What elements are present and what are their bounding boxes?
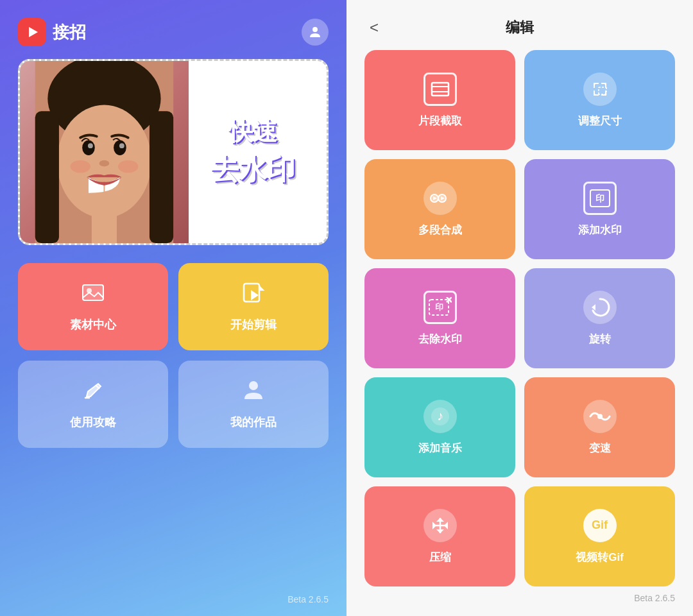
app-name: 接招 xyxy=(53,21,86,44)
left-panel: 接招 xyxy=(0,0,346,616)
my-works-icon xyxy=(242,379,265,407)
svg-marker-20 xyxy=(251,290,259,300)
svg-text:印: 印 xyxy=(434,302,443,312)
svg-point-7 xyxy=(88,143,93,148)
rotate-label: 旋转 xyxy=(589,332,611,346)
action-buttons-grid: 素材中心 开始剪辑 使用攻略 xyxy=(18,263,329,448)
hero-image xyxy=(20,61,189,243)
clip-label: 片段截取 xyxy=(418,114,462,128)
my-works-button[interactable]: 我的作品 xyxy=(178,361,329,448)
hero-title-2: 去水印 xyxy=(210,151,295,189)
star-decoration-3: ✦ xyxy=(290,202,301,218)
compress-icon xyxy=(424,509,457,542)
back-button[interactable]: < xyxy=(364,16,384,39)
remove-watermark-label: 去除水印 xyxy=(418,332,462,346)
right-title: 编辑 xyxy=(506,18,534,37)
resize-icon xyxy=(583,73,617,106)
star-decoration-2: ★ xyxy=(281,99,291,114)
my-works-label: 我的作品 xyxy=(230,415,277,430)
left-header: 接招 xyxy=(18,0,329,59)
add-watermark-icon: 印 xyxy=(583,182,617,215)
svg-rect-11 xyxy=(35,111,59,243)
svg-rect-13 xyxy=(92,215,117,243)
speed-label: 变速 xyxy=(589,441,611,456)
speed-button[interactable]: 变速 xyxy=(524,377,675,477)
clip-icon xyxy=(424,73,457,106)
hero-title-1: 快速 xyxy=(228,116,277,148)
guide-label: 使用攻略 xyxy=(70,415,116,430)
rotate-icon xyxy=(583,291,617,324)
add-music-button[interactable]: ♪ 添加音乐 xyxy=(364,377,515,477)
remove-watermark-button[interactable]: 印 去除水印 xyxy=(364,268,515,368)
hero-text-area: 快速 去水印 ✦ ★ ✦ xyxy=(180,61,327,243)
add-watermark-label: 添加水印 xyxy=(578,223,622,237)
start-edit-label: 开始剪辑 xyxy=(230,317,277,332)
svg-point-22 xyxy=(249,381,258,390)
svg-point-39 xyxy=(597,414,603,419)
guide-icon xyxy=(81,379,105,407)
start-edit-icon xyxy=(242,281,265,309)
remove-watermark-icon: 印 xyxy=(424,291,457,324)
start-edit-button[interactable]: 开始剪辑 xyxy=(178,263,329,350)
gif-icon: Gif xyxy=(583,509,617,542)
user-avatar-button[interactable] xyxy=(302,19,329,46)
svg-marker-0 xyxy=(29,27,38,37)
svg-point-15 xyxy=(118,160,138,173)
left-version: Beta 2.6.5 xyxy=(287,594,329,604)
svg-point-9 xyxy=(99,160,110,167)
gif-button[interactable]: Gif 视频转Gif xyxy=(524,486,675,586)
speed-icon xyxy=(583,400,617,433)
edit-buttons-grid: 片段截取 调整尺寸 xyxy=(364,50,675,586)
compress-label: 压缩 xyxy=(429,550,451,565)
merge-label: 多段合成 xyxy=(418,223,462,237)
svg-text:♪: ♪ xyxy=(437,409,443,423)
app-logo-icon xyxy=(18,18,46,46)
materials-icon xyxy=(81,281,105,309)
svg-point-6 xyxy=(114,140,126,155)
gif-label: 视频转Gif xyxy=(576,550,624,565)
materials-button[interactable]: 素材中心 xyxy=(18,263,168,350)
star-decoration-1: ✦ xyxy=(293,74,307,95)
svg-marker-36 xyxy=(592,304,595,311)
merge-button[interactable]: 多段合成 xyxy=(364,159,515,259)
svg-rect-17 xyxy=(83,285,103,300)
rotate-button[interactable]: 旋转 xyxy=(524,268,675,368)
svg-rect-12 xyxy=(150,111,173,243)
svg-point-14 xyxy=(71,160,90,173)
svg-point-5 xyxy=(82,140,95,155)
svg-text:印: 印 xyxy=(595,193,604,203)
resize-label: 调整尺寸 xyxy=(578,114,622,128)
add-music-icon: ♪ xyxy=(424,400,457,433)
hero-banner: 快速 去水印 ✦ ★ ✦ xyxy=(18,59,329,245)
add-music-label: 添加音乐 xyxy=(418,441,462,456)
guide-button[interactable]: 使用攻略 xyxy=(18,361,168,448)
svg-point-8 xyxy=(119,143,124,148)
compress-button[interactable]: 压缩 xyxy=(364,486,515,586)
materials-label: 素材中心 xyxy=(70,317,116,332)
right-version: Beta 2.6.5 xyxy=(364,586,675,603)
resize-button[interactable]: 调整尺寸 xyxy=(524,50,675,150)
right-panel: < 编辑 片段截取 xyxy=(346,0,693,616)
merge-icon xyxy=(424,182,457,215)
add-watermark-button[interactable]: 印 添加水印 xyxy=(524,159,675,259)
svg-point-1 xyxy=(312,27,318,32)
svg-rect-23 xyxy=(432,83,449,96)
logo-area: 接招 xyxy=(18,18,86,46)
right-header: < 编辑 xyxy=(364,0,675,50)
clip-button[interactable]: 片段截取 xyxy=(364,50,515,150)
